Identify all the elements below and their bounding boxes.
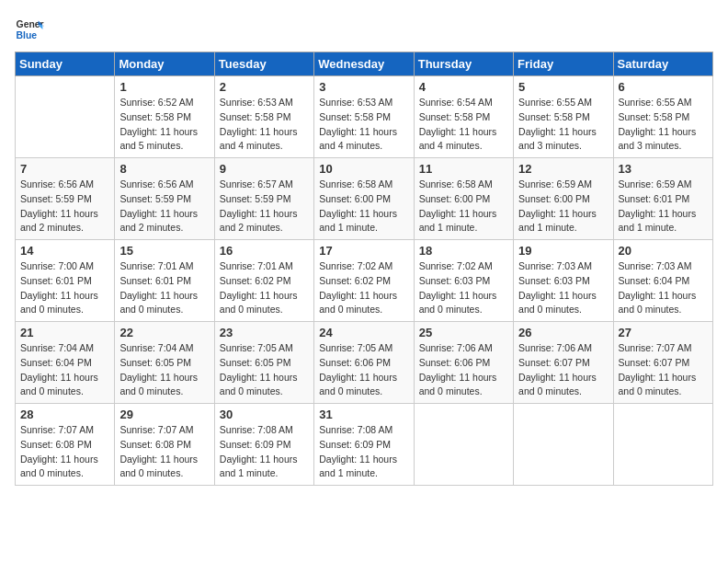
day-cell: 6Sunrise: 6:55 AMSunset: 5:58 PMDaylight… (613, 76, 712, 158)
day-cell: 23Sunrise: 7:05 AMSunset: 6:05 PMDayligh… (214, 322, 313, 404)
week-row-1: 1Sunrise: 6:52 AMSunset: 5:58 PMDaylight… (16, 76, 713, 158)
header-cell-thursday: Thursday (414, 52, 513, 76)
day-cell: 18Sunrise: 7:02 AMSunset: 6:03 PMDayligh… (414, 240, 513, 322)
day-info: Sunrise: 6:58 AMSunset: 6:00 PMDaylight:… (419, 178, 508, 236)
day-cell (613, 404, 712, 486)
day-cell: 4Sunrise: 6:54 AMSunset: 5:58 PMDaylight… (414, 76, 513, 158)
logo: General Blue (15, 15, 44, 44)
day-number: 1 (119, 80, 209, 94)
day-number: 7 (20, 162, 109, 176)
day-cell: 16Sunrise: 7:01 AMSunset: 6:02 PMDayligh… (214, 240, 313, 322)
week-row-2: 7Sunrise: 6:56 AMSunset: 5:59 PMDaylight… (16, 158, 713, 240)
day-cell: 10Sunrise: 6:58 AMSunset: 6:00 PMDayligh… (314, 158, 414, 240)
day-number: 15 (119, 244, 209, 258)
day-info: Sunrise: 7:01 AMSunset: 6:01 PMDaylight:… (119, 259, 209, 317)
day-cell: 9Sunrise: 6:57 AMSunset: 5:59 PMDaylight… (214, 158, 313, 240)
day-number: 13 (619, 162, 708, 176)
day-info: Sunrise: 7:02 AMSunset: 6:02 PMDaylight:… (319, 259, 408, 317)
day-number: 12 (518, 162, 608, 176)
day-number: 29 (119, 408, 209, 421)
day-info: Sunrise: 7:06 AMSunset: 6:06 PMDaylight:… (419, 341, 508, 399)
day-info: Sunrise: 6:53 AMSunset: 5:58 PMDaylight:… (220, 96, 309, 154)
day-cell: 13Sunrise: 6:59 AMSunset: 6:01 PMDayligh… (613, 158, 712, 240)
day-info: Sunrise: 7:08 AMSunset: 6:09 PMDaylight:… (220, 423, 309, 481)
day-info: Sunrise: 7:07 AMSunset: 6:08 PMDaylight:… (20, 423, 109, 481)
day-number: 23 (220, 326, 309, 339)
day-cell: 31Sunrise: 7:08 AMSunset: 6:09 PMDayligh… (314, 404, 414, 486)
day-cell: 1Sunrise: 6:52 AMSunset: 5:58 PMDaylight… (115, 76, 214, 158)
header-cell-saturday: Saturday (613, 52, 712, 76)
day-info: Sunrise: 6:55 AMSunset: 5:58 PMDaylight:… (518, 96, 608, 154)
day-number: 10 (319, 162, 408, 176)
day-cell: 27Sunrise: 7:07 AMSunset: 6:07 PMDayligh… (613, 322, 712, 404)
day-number: 17 (319, 244, 408, 258)
day-info: Sunrise: 6:58 AMSunset: 6:00 PMDaylight:… (319, 178, 408, 236)
day-cell: 12Sunrise: 6:59 AMSunset: 6:00 PMDayligh… (514, 158, 613, 240)
day-info: Sunrise: 6:52 AMSunset: 5:58 PMDaylight:… (119, 96, 209, 154)
day-cell: 17Sunrise: 7:02 AMSunset: 6:02 PMDayligh… (314, 240, 414, 322)
day-number: 18 (419, 244, 508, 258)
day-cell (414, 404, 513, 486)
day-cell (514, 404, 613, 486)
header-row: SundayMondayTuesdayWednesdayThursdayFrid… (16, 52, 713, 76)
header-cell-tuesday: Tuesday (214, 52, 313, 76)
day-cell: 5Sunrise: 6:55 AMSunset: 5:58 PMDaylight… (514, 76, 613, 158)
day-cell: 2Sunrise: 6:53 AMSunset: 5:58 PMDaylight… (214, 76, 313, 158)
day-number: 6 (619, 80, 708, 94)
week-row-3: 14Sunrise: 7:00 AMSunset: 6:01 PMDayligh… (16, 240, 713, 322)
day-cell: 15Sunrise: 7:01 AMSunset: 6:01 PMDayligh… (115, 240, 214, 322)
day-info: Sunrise: 7:01 AMSunset: 6:02 PMDaylight:… (220, 259, 309, 317)
day-number: 20 (619, 244, 708, 258)
day-info: Sunrise: 6:59 AMSunset: 6:00 PMDaylight:… (518, 178, 608, 236)
calendar-table: SundayMondayTuesdayWednesdayThursdayFrid… (15, 52, 713, 486)
day-cell: 21Sunrise: 7:04 AMSunset: 6:04 PMDayligh… (16, 322, 115, 404)
day-number: 26 (518, 326, 608, 339)
day-cell: 20Sunrise: 7:03 AMSunset: 6:04 PMDayligh… (613, 240, 712, 322)
day-number: 9 (220, 162, 309, 176)
day-info: Sunrise: 6:59 AMSunset: 6:01 PMDaylight:… (619, 178, 708, 236)
day-info: Sunrise: 7:04 AMSunset: 6:05 PMDaylight:… (119, 341, 209, 399)
day-info: Sunrise: 7:07 AMSunset: 6:08 PMDaylight:… (119, 423, 209, 481)
day-number: 4 (419, 80, 508, 94)
day-number: 27 (619, 326, 708, 339)
day-info: Sunrise: 6:54 AMSunset: 5:58 PMDaylight:… (419, 96, 508, 154)
day-info: Sunrise: 7:06 AMSunset: 6:07 PMDaylight:… (518, 341, 608, 399)
day-number: 2 (220, 80, 309, 94)
day-info: Sunrise: 7:05 AMSunset: 6:06 PMDaylight:… (319, 341, 408, 399)
day-info: Sunrise: 7:02 AMSunset: 6:03 PMDaylight:… (419, 259, 508, 317)
day-info: Sunrise: 6:56 AMSunset: 5:59 PMDaylight:… (20, 178, 109, 236)
day-cell: 28Sunrise: 7:07 AMSunset: 6:08 PMDayligh… (16, 404, 115, 486)
day-cell: 14Sunrise: 7:00 AMSunset: 6:01 PMDayligh… (16, 240, 115, 322)
day-number: 30 (220, 408, 309, 421)
day-info: Sunrise: 7:00 AMSunset: 6:01 PMDaylight:… (20, 259, 109, 317)
day-cell: 11Sunrise: 6:58 AMSunset: 6:00 PMDayligh… (414, 158, 513, 240)
day-cell: 19Sunrise: 7:03 AMSunset: 6:03 PMDayligh… (514, 240, 613, 322)
day-cell: 30Sunrise: 7:08 AMSunset: 6:09 PMDayligh… (214, 404, 313, 486)
day-info: Sunrise: 6:53 AMSunset: 5:58 PMDaylight:… (319, 96, 408, 154)
day-cell: 24Sunrise: 7:05 AMSunset: 6:06 PMDayligh… (314, 322, 414, 404)
day-number: 25 (419, 326, 508, 339)
day-number: 11 (419, 162, 508, 176)
week-row-4: 21Sunrise: 7:04 AMSunset: 6:04 PMDayligh… (16, 322, 713, 404)
day-cell (16, 76, 115, 158)
day-number: 8 (119, 162, 209, 176)
header-cell-wednesday: Wednesday (314, 52, 414, 76)
day-info: Sunrise: 7:08 AMSunset: 6:09 PMDaylight:… (319, 423, 408, 481)
day-number: 31 (319, 408, 408, 421)
header-cell-sunday: Sunday (16, 52, 115, 76)
header-cell-monday: Monday (115, 52, 214, 76)
day-info: Sunrise: 7:07 AMSunset: 6:07 PMDaylight:… (619, 341, 708, 399)
page-header: General Blue (15, 15, 713, 44)
day-cell: 8Sunrise: 6:56 AMSunset: 5:59 PMDaylight… (115, 158, 214, 240)
day-info: Sunrise: 6:56 AMSunset: 5:59 PMDaylight:… (119, 178, 209, 236)
day-cell: 26Sunrise: 7:06 AMSunset: 6:07 PMDayligh… (514, 322, 613, 404)
day-info: Sunrise: 7:04 AMSunset: 6:04 PMDaylight:… (20, 341, 109, 399)
day-info: Sunrise: 7:05 AMSunset: 6:05 PMDaylight:… (220, 341, 309, 399)
day-number: 16 (220, 244, 309, 258)
day-info: Sunrise: 6:55 AMSunset: 5:58 PMDaylight:… (619, 96, 708, 154)
day-cell: 22Sunrise: 7:04 AMSunset: 6:05 PMDayligh… (115, 322, 214, 404)
day-number: 22 (119, 326, 209, 339)
header-cell-friday: Friday (514, 52, 613, 76)
day-cell: 7Sunrise: 6:56 AMSunset: 5:59 PMDaylight… (16, 158, 115, 240)
day-number: 24 (319, 326, 408, 339)
